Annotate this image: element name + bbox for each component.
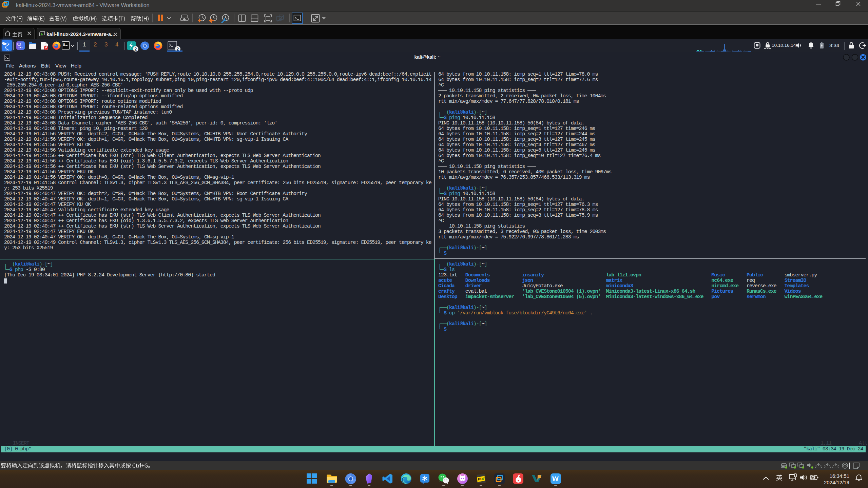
svg-text:$: $ <box>63 43 65 47</box>
svg-text:PDF: PDF <box>478 477 485 481</box>
svg-text:2: 2 <box>135 47 137 52</box>
